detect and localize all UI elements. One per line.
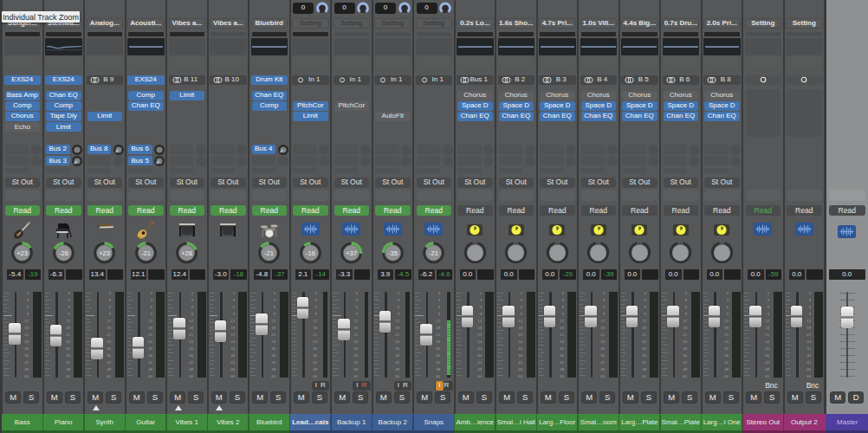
svg-text:+37: +37 (346, 249, 357, 257)
svg-text:-21: -21 (264, 249, 274, 257)
svg-text:-16: -16 (306, 249, 315, 257)
svg-text:-21: -21 (429, 249, 438, 257)
svg-text:+23: +23 (99, 249, 110, 257)
svg-text:+23: +23 (16, 249, 28, 257)
svg-text:-35: -35 (388, 249, 398, 257)
svg-text:+28: +28 (181, 249, 192, 257)
svg-text:-26: -26 (59, 249, 68, 257)
svg-text:-21: -21 (141, 249, 151, 257)
